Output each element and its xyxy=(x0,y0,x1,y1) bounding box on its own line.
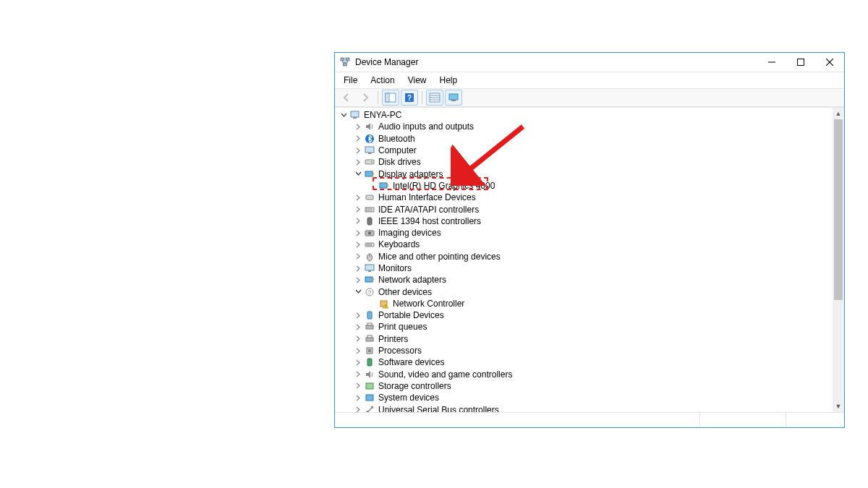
chevron-right-icon[interactable] xyxy=(354,264,362,273)
svg-rect-56 xyxy=(366,325,373,329)
chevron-down-icon[interactable] xyxy=(354,170,362,179)
tree-item-software-devices[interactable]: Software devices xyxy=(335,356,833,368)
svg-rect-49 xyxy=(365,277,373,282)
svg-rect-2 xyxy=(344,63,347,66)
chevron-right-icon[interactable] xyxy=(354,322,362,331)
tree-item-label: Intel(R) HD Graphics 4000 xyxy=(393,181,495,191)
tree-item-system-devices[interactable]: System devices xyxy=(335,392,833,403)
tree-root[interactable]: ENYA-PC xyxy=(335,109,833,121)
chevron-right-icon[interactable] xyxy=(354,122,362,131)
tree-item-sound[interactable]: Sound, video and game controllers xyxy=(335,369,833,380)
minimize-button[interactable] xyxy=(757,53,786,72)
chevron-right-icon[interactable] xyxy=(354,311,362,320)
device-manager-window: Device Manager File Action View Help xyxy=(334,52,845,428)
keyboard-icon xyxy=(364,239,375,250)
help-button[interactable]: ? xyxy=(401,90,418,106)
tree-item-imaging[interactable]: Imaging devices xyxy=(335,227,833,239)
chevron-right-icon[interactable] xyxy=(354,228,362,237)
tree-item-audio[interactable]: Audio inputs and outputs xyxy=(335,121,833,132)
chevron-right-icon[interactable] xyxy=(354,393,362,402)
audio-icon xyxy=(364,121,375,132)
show-hide-tree-button[interactable] xyxy=(382,90,399,106)
tree-item-ieee1394[interactable]: IEEE 1394 host controllers xyxy=(335,215,833,227)
svg-rect-12 xyxy=(386,93,389,102)
close-button[interactable] xyxy=(815,53,844,72)
chevron-right-icon[interactable] xyxy=(354,346,362,355)
chevron-right-icon[interactable] xyxy=(354,358,362,367)
audio-icon xyxy=(364,369,375,380)
forward-button[interactable] xyxy=(357,90,374,106)
svg-rect-31 xyxy=(387,184,388,187)
status-cell xyxy=(786,413,844,427)
svg-rect-64 xyxy=(366,395,373,401)
tree-item-printers[interactable]: Printers xyxy=(335,333,833,345)
tree-item-label: System devices xyxy=(378,393,439,403)
tree-item-processors[interactable]: Processors xyxy=(335,345,833,356)
menu-view[interactable]: View xyxy=(402,74,433,87)
bluetooth-icon xyxy=(364,133,375,145)
chevron-right-icon[interactable] xyxy=(354,370,362,379)
svg-rect-62 xyxy=(367,359,372,366)
chevron-right-icon[interactable] xyxy=(354,134,362,143)
tree-item-computer[interactable]: Computer xyxy=(335,145,833,156)
tree-item-label: Monitors xyxy=(378,263,412,273)
tree-item-bluetooth[interactable]: Bluetooth xyxy=(335,133,833,145)
software-icon xyxy=(364,356,375,368)
svg-rect-50 xyxy=(373,278,374,281)
vertical-scrollbar[interactable]: ▲ ▼ xyxy=(833,108,844,412)
chevron-right-icon[interactable] xyxy=(354,146,362,155)
tree-item-monitors[interactable]: Monitors xyxy=(335,262,833,274)
computer-icon xyxy=(349,109,361,121)
tree-item-keyboards[interactable]: Keyboards xyxy=(335,239,833,250)
svg-line-9 xyxy=(826,59,833,66)
chevron-right-icon[interactable] xyxy=(354,382,362,390)
maximize-button[interactable] xyxy=(786,53,815,72)
tree-item-other-devices[interactable]: ? Other devices xyxy=(335,286,833,297)
chevron-right-icon[interactable] xyxy=(354,193,362,202)
network-icon xyxy=(364,274,375,286)
tree-item-hid[interactable]: Human Interface Devices xyxy=(335,192,833,203)
chevron-right-icon[interactable] xyxy=(354,335,362,343)
menu-action[interactable]: Action xyxy=(365,74,400,87)
tree-item-label: Network Controller xyxy=(393,299,464,309)
tree-item-storage[interactable]: Storage controllers xyxy=(335,380,833,392)
svg-rect-24 xyxy=(365,147,374,153)
tree-item-label: Display adapters xyxy=(378,169,443,179)
svg-text:?: ? xyxy=(407,94,412,102)
device-tree[interactable]: ENYA-PC Audio inputs and outputs Bluetoo… xyxy=(335,108,833,412)
chevron-right-icon[interactable] xyxy=(354,240,362,249)
tree-item-intel-hd-graphics[interactable]: Intel(R) HD Graphics 4000 xyxy=(335,180,833,192)
tree-item-print-queues[interactable]: Print queues xyxy=(335,321,833,333)
chevron-right-icon[interactable] xyxy=(354,217,362,226)
tree-item-network-adapters[interactable]: Network adapters xyxy=(335,274,833,286)
chevron-down-icon[interactable] xyxy=(339,111,348,119)
svg-rect-57 xyxy=(367,323,372,325)
scan-hardware-button[interactable] xyxy=(445,90,462,106)
tree-item-label: Keyboards xyxy=(378,239,420,249)
tree-item-ide[interactable]: IDE ATA/ATAPI controllers xyxy=(335,203,833,215)
scroll-thumb[interactable] xyxy=(834,119,843,300)
tree-item-mice[interactable]: Mice and other pointing devices xyxy=(335,251,833,262)
tree-item-disk-drives[interactable]: Disk drives xyxy=(335,156,833,168)
chevron-right-icon[interactable] xyxy=(354,205,362,214)
scroll-down-button[interactable]: ▼ xyxy=(833,401,844,412)
chevron-down-icon[interactable] xyxy=(354,288,362,296)
chevron-right-icon[interactable] xyxy=(354,406,362,412)
chevron-right-icon[interactable] xyxy=(354,275,362,284)
monitor-icon xyxy=(364,145,375,156)
tree-item-label: Universal Serial Bus controllers xyxy=(378,405,499,412)
chevron-right-icon[interactable] xyxy=(354,158,362,166)
chevron-right-icon[interactable] xyxy=(354,252,362,261)
camera-icon xyxy=(364,227,375,239)
properties-button[interactable] xyxy=(426,90,443,106)
mouse-icon xyxy=(364,251,375,262)
menu-help[interactable]: Help xyxy=(434,74,464,87)
display-adapter-icon xyxy=(364,168,375,180)
menu-file[interactable]: File xyxy=(338,74,363,87)
tree-item-network-controller[interactable]: ! Network Controller xyxy=(335,298,833,309)
back-button[interactable] xyxy=(338,90,355,106)
tree-item-portable-devices[interactable]: Portable Devices xyxy=(335,309,833,321)
tree-item-usb[interactable]: Universal Serial Bus controllers xyxy=(335,403,833,412)
tree-item-display-adapters[interactable]: Display adapters xyxy=(335,168,833,179)
scroll-up-button[interactable]: ▲ xyxy=(833,108,844,119)
